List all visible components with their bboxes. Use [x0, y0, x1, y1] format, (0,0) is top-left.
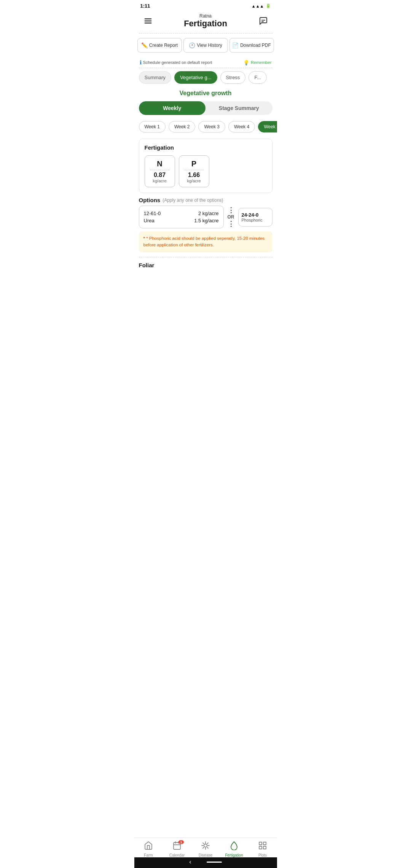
tab-f[interactable]: F... — [249, 71, 266, 84]
create-report-button[interactable]: ✏️ Create Report — [137, 38, 182, 53]
nutrient-n-card: N 0.87 kg/acre — [145, 155, 175, 187]
options-title: Options — [139, 197, 161, 203]
fert-alt-card: 24-24-0 Phosphoric — [238, 208, 272, 227]
action-buttons-row: ✏️ Create Report 🕐 View History 📄 Downlo… — [134, 34, 277, 57]
foliar-title: Foliar — [139, 259, 272, 271]
options-header: Options (Apply any one of the options) — [139, 197, 272, 203]
app-header: Ratna Fertigation — [134, 10, 277, 33]
fertigation-card: Fertigation N 0.87 kg/acre P 1.66 kg/acr… — [139, 139, 272, 193]
week-pill-1[interactable]: Week 1 — [139, 121, 166, 132]
battery-icon: 🔋 — [266, 3, 271, 8]
tab-stress[interactable]: Stress — [220, 71, 246, 84]
nutrient-p-letter: P — [185, 160, 204, 168]
week-pill-4[interactable]: Week 4 — [228, 121, 255, 132]
header-subtitle: Ratna — [156, 13, 256, 19]
schedule-text: Schedule generated on default report — [143, 60, 212, 65]
veg-growth-label: Vegetative growth — [134, 87, 277, 98]
note-text: * * Phosphoric acid should be applied se… — [143, 235, 268, 249]
fert-alt-name: 24-24-0 — [242, 212, 269, 218]
download-pdf-button[interactable]: 📄 Download PDF — [229, 38, 274, 53]
fert-amount-1: 2 kg/acre — [198, 211, 218, 216]
status-time: 1:11 — [140, 3, 150, 9]
nutrient-p-value: 1.66 — [185, 172, 204, 179]
status-bar: 1:11 ▲▲▲ 🔋 — [134, 0, 277, 10]
fert-option-row: 12-61-0 2 kg/acre Urea 1.5 kg/acre ⋮ OR … — [139, 206, 272, 228]
week-pill-2[interactable]: Week 2 — [169, 121, 195, 132]
note-box: * * Phosphoric acid should be applied se… — [139, 231, 272, 252]
week-pills-row: Week 1 Week 2 Week 3 Week 4 Week 5 Wee..… — [134, 118, 277, 136]
nutrient-n-letter: N — [150, 160, 169, 168]
view-history-label: View History — [197, 43, 222, 48]
or-separator: ⋮ OR ⋮ — [226, 207, 236, 227]
toggle-stage-summary-button[interactable]: Stage Summary — [206, 101, 272, 115]
view-history-icon: 🕐 — [189, 42, 195, 48]
info-icon: ℹ — [140, 59, 142, 65]
header-title-block: Ratna Fertigation — [156, 13, 256, 29]
chat-button[interactable] — [256, 13, 271, 29]
fert-name-1: 12-61-0 — [144, 211, 161, 216]
create-report-icon: ✏️ — [141, 42, 148, 48]
wifi-icon: ▲▲▲ — [252, 4, 264, 8]
download-pdf-icon: 📄 — [232, 42, 239, 48]
week-pill-3[interactable]: Week 3 — [198, 121, 225, 132]
nutrient-n-unit: kg/acre — [150, 179, 169, 183]
view-toggle: Weekly Stage Summary — [139, 101, 272, 115]
fert-name-2: Urea — [144, 218, 155, 223]
week-pill-5[interactable]: Week 5 — [258, 121, 277, 132]
fert-main-card: 12-61-0 2 kg/acre Urea 1.5 kg/acre — [139, 206, 224, 228]
info-bar: ℹ Schedule generated on default report 💡… — [134, 57, 277, 68]
tab-summary[interactable]: Summary — [139, 71, 172, 84]
options-subtitle: (Apply any one of the options) — [162, 198, 223, 203]
nutrient-p-card: P 1.66 kg/acre — [179, 155, 209, 187]
category-tabs: Summary Vegetative g... Stress F... — [134, 68, 277, 87]
menu-button[interactable] — [140, 13, 156, 29]
foliar-section: Foliar — [139, 259, 272, 271]
nutrient-row: N 0.87 kg/acre P 1.66 kg/acre — [145, 155, 267, 187]
create-report-label: Create Report — [149, 43, 178, 48]
header-title: Fertigation — [156, 19, 256, 29]
fertigation-section-title: Fertigation — [145, 144, 267, 151]
remember-icon: 💡 — [243, 60, 249, 65]
fert-amount-2: 1.5 kg/acre — [194, 218, 218, 223]
nutrient-p-unit: kg/acre — [185, 179, 204, 183]
download-pdf-label: Download PDF — [240, 43, 271, 48]
view-history-button[interactable]: 🕐 View History — [183, 38, 228, 53]
toggle-weekly-button[interactable]: Weekly — [139, 101, 206, 115]
nutrient-n-value: 0.87 — [150, 172, 169, 179]
remember-text: Remember — [251, 60, 271, 65]
fert-alt-sub: Phosphoric — [242, 218, 269, 222]
tab-vegetative[interactable]: Vegetative g... — [174, 71, 217, 84]
